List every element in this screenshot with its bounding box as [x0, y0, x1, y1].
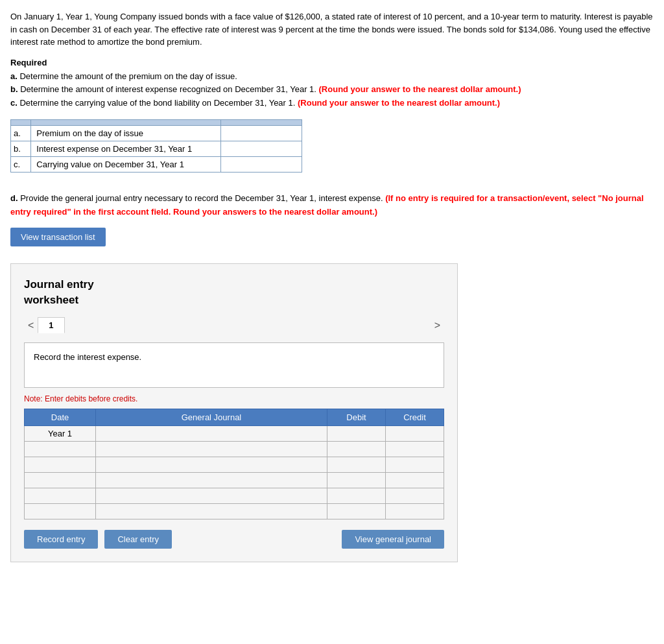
- tab-1[interactable]: 1: [38, 317, 64, 333]
- instruction-text: Record the interest expense.: [34, 352, 141, 362]
- view-general-journal-button[interactable]: View general journal: [342, 530, 444, 549]
- row-letter-a: a.: [11, 125, 31, 141]
- required-section: Required a. Determine the amount of the …: [10, 58, 654, 110]
- col-gj: General Journal: [96, 409, 327, 426]
- journal-row-4: [25, 473, 444, 488]
- row-label-c: Carrying value on December 31, Year 1: [31, 156, 220, 172]
- record-entry-button[interactable]: Record entry: [24, 530, 98, 549]
- req-text-c: Determine the carrying value of the bond…: [19, 98, 298, 108]
- col-date: Date: [25, 409, 96, 426]
- req-text-b: Determine the amount of interest expense…: [20, 84, 318, 94]
- part-d-letter: d.: [10, 193, 18, 203]
- instruction-box: Record the interest expense.: [24, 342, 444, 388]
- journal-row-1: Year 1: [25, 426, 444, 442]
- credit-input-1[interactable]: [386, 426, 444, 441]
- prev-tab-arrow[interactable]: <: [24, 318, 38, 333]
- journal-gj-6[interactable]: [96, 504, 327, 519]
- debit-input-1[interactable]: [327, 426, 385, 441]
- journal-table: Date General Journal Debit Credit Year 1: [24, 409, 444, 519]
- debit-input-2[interactable]: [327, 442, 385, 457]
- row-letter-c: c.: [11, 156, 31, 172]
- intro-text: On January 1, Year 1, Young Company issu…: [10, 10, 654, 49]
- next-tab-arrow[interactable]: >: [431, 318, 444, 333]
- row-input-a[interactable]: [220, 125, 302, 141]
- input-b[interactable]: [226, 144, 296, 154]
- journal-credit-6[interactable]: [386, 504, 444, 519]
- journal-gj-2[interactable]: [96, 442, 327, 457]
- debit-input-4[interactable]: [327, 473, 385, 488]
- journal-debit-5[interactable]: [327, 488, 386, 504]
- req-letter-c: c.: [10, 98, 18, 108]
- journal-credit-5[interactable]: [386, 488, 444, 504]
- req-letter-b: b.: [10, 84, 18, 94]
- journal-title: Journal entryworksheet: [24, 277, 444, 308]
- view-transaction-btn[interactable]: View transaction list: [10, 228, 106, 246]
- journal-row-5: [25, 488, 444, 504]
- req-text-a: Determine the amount of the premium on t…: [19, 71, 237, 81]
- journal-gj-1[interactable]: [96, 426, 327, 442]
- gj-input-3[interactable]: [96, 457, 327, 472]
- journal-credit-1[interactable]: [386, 426, 444, 442]
- credit-input-5[interactable]: [386, 488, 444, 503]
- clear-entry-button[interactable]: Clear entry: [104, 530, 172, 549]
- req-letter-a: a.: [10, 71, 18, 81]
- credit-input-3[interactable]: [386, 457, 444, 472]
- journal-row-6: [25, 504, 444, 519]
- journal-debit-1[interactable]: [327, 426, 386, 442]
- col-header-value: [220, 119, 302, 125]
- part-d-text: Provide the general journal entry necess…: [20, 193, 385, 203]
- credit-input-4[interactable]: [386, 473, 444, 488]
- debit-input-3[interactable]: [327, 457, 385, 472]
- journal-debit-6[interactable]: [327, 504, 386, 519]
- journal-date-3: [25, 457, 96, 473]
- note-text: Note: Enter debits before credits.: [24, 394, 444, 403]
- journal-date-4: [25, 473, 96, 488]
- row-letter-b: b.: [11, 141, 31, 156]
- journal-gj-5[interactable]: [96, 488, 327, 504]
- journal-table-header: Date General Journal Debit Credit: [25, 409, 444, 426]
- gj-input-4[interactable]: [96, 473, 327, 488]
- gj-input-2[interactable]: [96, 442, 327, 457]
- journal-date-1: Year 1: [25, 426, 96, 442]
- debit-input-5[interactable]: [327, 488, 385, 503]
- answer-row-c: c. Carrying value on December 31, Year 1: [11, 156, 302, 172]
- journal-debit-2[interactable]: [327, 442, 386, 457]
- input-a[interactable]: [226, 128, 296, 138]
- journal-gj-4[interactable]: [96, 473, 327, 488]
- journal-date-2: [25, 442, 96, 457]
- answer-row-a: a. Premium on the day of issue: [11, 125, 302, 141]
- gj-input-5[interactable]: [96, 488, 327, 503]
- gj-input-6[interactable]: [96, 504, 327, 519]
- journal-gj-3[interactable]: [96, 457, 327, 473]
- col-credit: Credit: [386, 409, 444, 426]
- journal-credit-4[interactable]: [386, 473, 444, 488]
- col-debit: Debit: [327, 409, 386, 426]
- req-suffix-b: (Round your answer to the nearest dollar…: [319, 84, 521, 94]
- journal-date-6: [25, 504, 96, 519]
- required-item-c: c. Determine the carrying value of the b…: [10, 97, 654, 110]
- credit-input-2[interactable]: [386, 442, 444, 457]
- tab-navigation: < 1 >: [24, 317, 444, 333]
- journal-row-3: [25, 457, 444, 473]
- credit-input-6[interactable]: [386, 504, 444, 519]
- col-header-label: [31, 119, 220, 125]
- required-label: Required: [10, 58, 654, 67]
- col-header-empty: [11, 119, 31, 125]
- required-item-b: b. Determine the amount of interest expe…: [10, 83, 654, 97]
- row-input-b[interactable]: [220, 141, 302, 156]
- answer-row-b: b. Interest expense on December 31, Year…: [11, 141, 302, 156]
- journal-row-2: [25, 442, 444, 457]
- journal-debit-4[interactable]: [327, 473, 386, 488]
- row-input-c[interactable]: [220, 156, 302, 172]
- journal-credit-2[interactable]: [386, 442, 444, 457]
- bottom-buttons: Record entry Clear entry View general jo…: [24, 530, 444, 549]
- debit-input-6[interactable]: [327, 504, 385, 519]
- gj-input-1[interactable]: [96, 426, 327, 441]
- req-suffix-c: (Round your answer to the nearest dollar…: [298, 98, 500, 108]
- input-c[interactable]: [226, 160, 296, 169]
- required-item-a: a. Determine the amount of the premium o…: [10, 70, 654, 84]
- part-d: d. Provide the general journal entry nec…: [10, 192, 654, 219]
- journal-debit-3[interactable]: [327, 457, 386, 473]
- journal-worksheet: Journal entryworksheet < 1 > Record the …: [10, 263, 458, 562]
- journal-credit-3[interactable]: [386, 457, 444, 473]
